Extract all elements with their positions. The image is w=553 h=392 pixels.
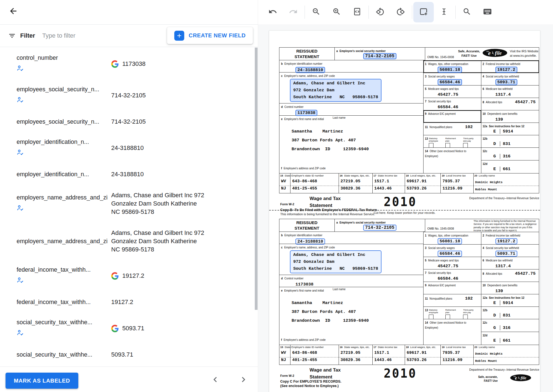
labeled-value[interactable]: 19127.2 — [495, 238, 517, 244]
field-row[interactable]: employers_name_address_and_zi...Adams, C… — [0, 222, 258, 260]
labeled-value[interactable]: 24-3188810 — [295, 67, 325, 73]
field-value: 1173038 — [122, 60, 146, 68]
labeled-value[interactable]: 19127.2 — [495, 67, 517, 73]
department-text: Department of the Treasury--Internal Rev… — [469, 196, 539, 200]
undo-button[interactable] — [263, 2, 283, 22]
w2-box-e-employee: eEmployee's first name and initialLast n… — [279, 116, 423, 165]
field-list-scrollbar[interactable] — [255, 48, 258, 310]
checkbox[interactable] — [429, 143, 433, 148]
google-g-icon — [111, 325, 119, 332]
fit-page-button[interactable] — [347, 2, 367, 22]
document-viewport[interactable]: REISSUEDSTATEMENTaEmployee's social secu… — [258, 24, 553, 392]
w2-form-copy-b: REISSUEDSTATEMENTaEmployee's social secu… — [279, 47, 539, 212]
field-row[interactable]: social_security_tax_withhe...5093.71 — [0, 344, 258, 365]
rotate-left-button[interactable] — [370, 2, 390, 22]
labeled-value[interactable]: 1173038 — [295, 110, 317, 116]
field-name: employers_name_address_and_zi... — [17, 238, 108, 245]
labeled-person-check-icon — [17, 204, 24, 212]
w2-box-4: 4Social security tax withheld5093.71 — [481, 73, 539, 85]
labeled-value[interactable]: 714-32-2105 — [363, 225, 396, 231]
previous-page-button[interactable] — [209, 373, 221, 386]
google-g-icon — [111, 272, 119, 280]
irs-notice-text: This information is being furnished to t… — [474, 220, 538, 232]
labeled-value[interactable]: 714-32-2105 — [363, 53, 396, 59]
checkbox[interactable] — [429, 315, 433, 319]
zoom-out-button[interactable] — [306, 2, 326, 22]
w2-box-f-address-label: fEmployee's address and ZIP code — [279, 336, 423, 342]
cut-dashed-line — [269, 210, 540, 211]
labeled-value[interactable]: 66584.46 — [438, 251, 462, 257]
redo-button[interactable] — [283, 2, 303, 22]
create-new-field-button[interactable]: CREATE NEW FIELD — [167, 27, 253, 44]
checkbox[interactable] — [445, 315, 450, 319]
document-toolbar — [258, 0, 553, 24]
field-row[interactable]: employer_identification_n...24-3188810 — [0, 164, 258, 185]
checkbox[interactable] — [445, 143, 450, 148]
w2-box-12c: 12cG316 — [481, 148, 539, 160]
w2-box-b-ein: bEmployer identification number24-318881… — [279, 60, 423, 72]
field-row[interactable]: employers_name_address_and_zi...Adams, C… — [0, 185, 258, 222]
field-row[interactable]: federal_income_tax_withh...19127.2 — [0, 260, 258, 292]
w2-box-9: 9Advance EIC payment — [424, 282, 481, 294]
omb-number: OMB No. 1545-0008 — [427, 55, 454, 59]
document-panel: REISSUEDSTATEMENTaEmployee's social secu… — [258, 0, 553, 392]
field-row[interactable]: federal_income_tax_withh...19127.2 — [0, 292, 258, 313]
labeled-value[interactable]: Adams, Chase and Gilbert Inc972 Gonzalez… — [290, 250, 381, 273]
labeled-value[interactable]: 24-3188810 — [295, 238, 325, 245]
field-list: control_number1173038employees_social_se… — [0, 47, 258, 368]
form-year: 2010 — [384, 366, 417, 380]
field-name: federal_income_tax_withh... — [17, 266, 108, 273]
add-bounding-box-button[interactable] — [413, 2, 434, 22]
keyboard-shortcuts-icon — [483, 7, 492, 17]
w2-state-table: 15 StateEmployer's state ID number16 Sta… — [279, 345, 539, 365]
labeled-value[interactable]: 5093.71 — [495, 251, 517, 257]
checkbox[interactable] — [463, 143, 468, 148]
labeled-value[interactable]: 56081.18 — [438, 67, 462, 73]
field-row[interactable]: employer_identification_n...24-3188810 — [0, 132, 258, 164]
labeled-value[interactable]: 56081.18 — [438, 238, 462, 244]
next-page-button[interactable] — [237, 373, 250, 386]
department-text: Department of the Treasury--Internal Rev… — [469, 368, 539, 371]
document-page: REISSUEDSTATEMENTaEmployee's social secu… — [269, 30, 540, 392]
field-name: employees_social_security_n... — [17, 118, 108, 125]
zoom-out-icon — [312, 7, 321, 17]
checkbox[interactable] — [463, 315, 468, 319]
w2-box-12a: 12aSee instructions for box 12E5914 — [481, 294, 539, 307]
w2-box-14: 14Other (see enclosed Notice to Employee… — [424, 319, 481, 345]
search-button[interactable] — [457, 2, 477, 22]
field-row[interactable]: employees_social_security_n...714-32-210… — [0, 111, 258, 132]
back-button[interactable] — [7, 5, 20, 18]
field-name: social_security_tax_withhe... — [17, 351, 108, 358]
labeled-person-check-icon — [17, 277, 24, 284]
field-value: 714-32-2105 — [111, 91, 146, 100]
labeled-person-check-icon — [17, 65, 24, 72]
zoom-in-button[interactable] — [326, 2, 347, 22]
text-select-button[interactable] — [434, 2, 454, 22]
omb-number: OMB No. 1545-0008 — [427, 227, 454, 230]
field-row[interactable]: control_number1173038 — [0, 48, 258, 80]
labeled-value[interactable]: 66584.46 — [438, 79, 462, 85]
field-name: federal_income_tax_withh... — [17, 299, 108, 306]
w2-form-copy-c: REISSUEDSTATEMENTaEmployee's social secu… — [279, 219, 539, 384]
rotate-right-icon — [396, 7, 405, 17]
form-year: 2010 — [384, 194, 417, 209]
w2-box-12c: 12cG316 — [481, 319, 539, 332]
w2-box-a-ssn: aEmployee's social security number714-32… — [335, 48, 425, 60]
field-value: 24-3188810 — [111, 170, 144, 178]
labeled-value[interactable]: Adams, Chase and Gilbert Inc972 Gonzalez… — [290, 79, 381, 102]
field-row[interactable]: social_security_tax_withhe...5093.71 — [0, 313, 258, 344]
keyboard-shortcuts-button[interactable] — [477, 2, 498, 22]
filter-input[interactable] — [42, 32, 126, 40]
rotate-right-button[interactable] — [390, 2, 411, 22]
mark-as-labeled-button[interactable]: MARK AS LABELED — [6, 373, 78, 389]
w2-box-d-control: dControl number1173038 — [279, 275, 423, 287]
w2-box-3: 3Social security wages66584.46 — [424, 245, 481, 257]
field-row[interactable]: employees_social_security_n...714-32-210… — [0, 80, 258, 111]
irs-efile-logo: IRSefile — [482, 48, 508, 58]
w2-box-6: 6Medicare tax withheld1317.4 — [481, 257, 539, 269]
search-icon — [463, 7, 471, 17]
labeled-value[interactable]: 5093.71 — [495, 79, 517, 85]
w2-box-f-address-label: fEmployee's address and ZIP code — [279, 165, 423, 171]
w2-box-3: 3Social security wages66584.46 — [424, 73, 481, 85]
w2-box-1: 1Wages, tips, other compensation56081.18 — [424, 232, 481, 244]
